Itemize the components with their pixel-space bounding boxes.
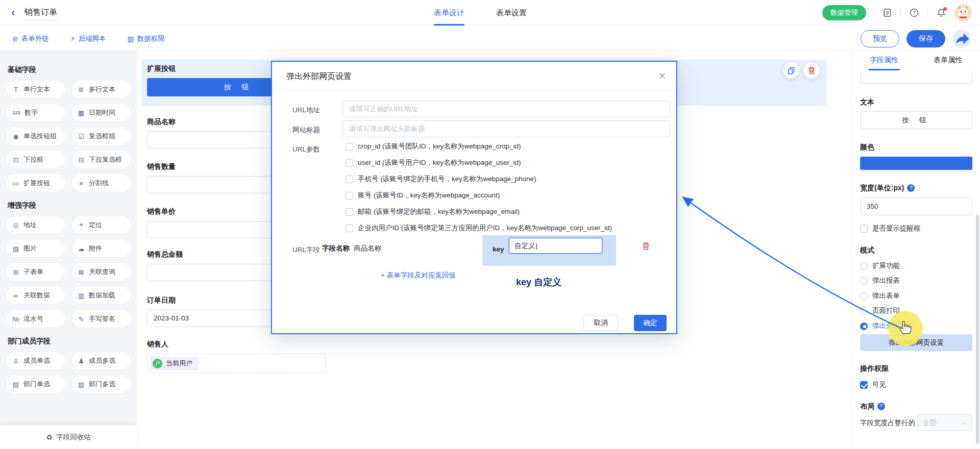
radio-icon[interactable] (860, 307, 868, 315)
share-button[interactable] (952, 30, 971, 48)
sidebar-item-data-loading[interactable]: ▥数据加载 (72, 287, 130, 304)
sidebar-item-dept-single[interactable]: ▤部门单选 (7, 376, 65, 393)
url-param-user-id[interactable]: user_id (该账号用户ID，key名称为webpage_user_id) (346, 159, 521, 167)
url-address-input[interactable] (342, 101, 670, 117)
link-icon: ⊘ (12, 35, 18, 43)
tab-form-settings[interactable]: 表单设置 (496, 0, 527, 26)
extend-button-icon: ▭ (12, 180, 20, 187)
checkbox-icon[interactable] (346, 159, 353, 167)
address-pin-icon: ◎ (12, 221, 20, 229)
confirm-button[interactable]: 确定 (634, 315, 667, 331)
mode-option-page-print[interactable]: 页面打印 (860, 307, 900, 315)
sidebar-item-member-multi[interactable]: ♟成员多选 (72, 352, 130, 369)
url-param-account[interactable]: 账号 (该账号ID，key名称为webpage_account) (346, 191, 500, 199)
close-icon[interactable]: ✕ (658, 70, 666, 82)
sidebar-item-radio-group[interactable]: ◉单选按钮组 (7, 128, 65, 145)
url-param-email[interactable]: 邮箱 (该账号绑定的邮箱，key名称为webpage_email) (346, 208, 520, 216)
back-icon[interactable]: ‹ (11, 6, 15, 19)
field-name-value: 商品名称 (354, 244, 381, 253)
delete-field-button[interactable] (803, 62, 820, 79)
sidebar-item-divider-line[interactable]: ≡分割线 (72, 174, 130, 192)
magnifier-text: key 自定义 (516, 276, 561, 288)
url-param-crop-id[interactable]: crop_id (该账号团队ID，key名称为webpage_crop_id) (346, 142, 521, 151)
data-manage-button[interactable]: 数据管理 (822, 5, 866, 20)
tab-form-properties[interactable]: 表单属性 (916, 51, 980, 70)
radio-icon[interactable] (860, 277, 868, 285)
radio-icon[interactable] (860, 262, 868, 270)
checkbox-icon[interactable] (860, 225, 868, 233)
sidebar-item-address[interactable]: ◎地址 (7, 216, 65, 234)
form-toolbar: ⊘ 表单外链 ⚡ 后端脚本 ▥ 数据权限 预览 保存 (0, 26, 980, 51)
mode-option-extend[interactable]: 扩展功能 (860, 262, 900, 270)
checkbox-checked-icon[interactable] (860, 381, 868, 389)
sales-person-value-box[interactable]: 户 当前用户 (147, 354, 326, 373)
mode-option-popup-form[interactable]: 弹出表单 (860, 292, 900, 300)
checkbox-icon[interactable] (346, 143, 353, 151)
sidebar-item-extend-button[interactable]: ▭扩展按钮 (7, 174, 65, 192)
url-param-corp-user-id[interactable]: 企业内用户ID (该账号绑定第三方应用的用户ID，key名称为webpage_c… (346, 224, 612, 232)
show-reminder-checkbox[interactable]: 是否显示提醒框 (860, 224, 921, 233)
sidebar-item-multi-line-text[interactable]: ≣多行文本 (72, 81, 130, 98)
visible-checkbox[interactable]: 可见 (860, 381, 886, 389)
checkbox-icon[interactable] (346, 192, 353, 199)
field-title-input-partial[interactable] (860, 70, 972, 84)
form-field-sales-person[interactable]: 销售人 户 当前用户 (147, 340, 326, 373)
add-form-field-link[interactable]: + 表单字段及对应返回值 (381, 271, 456, 280)
width-help-icon[interactable]: ? (907, 184, 915, 192)
sidebar-item-checkbox-group[interactable]: ☑复选框组 (72, 128, 130, 145)
duplicate-field-button[interactable] (783, 62, 799, 79)
color-swatch[interactable] (860, 157, 972, 170)
layout-help-icon[interactable]: ? (877, 403, 885, 410)
radio-icon[interactable] (860, 292, 868, 300)
width-input[interactable] (860, 197, 972, 215)
popup-webpage-settings-button[interactable]: 弹出外部网页设置 (860, 334, 972, 351)
sidebar-item-number[interactable]: 123数字 (7, 104, 65, 121)
site-title-input[interactable] (342, 120, 670, 137)
user-avatar[interactable] (954, 4, 972, 21)
help-icon[interactable]: ? (908, 7, 920, 19)
delete-url-field-button[interactable] (642, 241, 650, 252)
sidebar-item-serial-number[interactable]: №流水号 (7, 310, 65, 328)
sidebar-item-dept-multi[interactable]: ▧部门多选 (72, 376, 130, 393)
page-title[interactable]: 销售订单 (24, 7, 57, 20)
sidebar-item-location[interactable]: ⌖定位 (72, 216, 130, 234)
button-text-input[interactable]: 按 钮 (860, 111, 972, 129)
contacts-icon[interactable] (881, 7, 893, 19)
tab-field-properties[interactable]: 字段属性 (852, 51, 916, 70)
current-user-chip[interactable]: 户 当前用户 (151, 357, 199, 370)
radio-selected-icon[interactable] (860, 322, 868, 330)
dropdown-icon: ⊡ (12, 156, 20, 164)
url-address-label: URL地址 (292, 106, 320, 115)
sidebar-item-member-single[interactable]: ♙成员单选 (7, 352, 65, 369)
data-permission-link[interactable]: ▥ 数据权限 (128, 34, 165, 43)
form-external-link[interactable]: ⊘ 表单外链 (12, 34, 49, 43)
sidebar-item-linked-data[interactable]: ∞关联数据 (7, 287, 65, 304)
checkbox-icon[interactable] (346, 208, 353, 216)
preview-button[interactable]: 预览 (861, 30, 899, 47)
checkbox-icon[interactable] (346, 176, 353, 183)
sidebar-item-subform[interactable]: ⊞子表单 (7, 263, 65, 281)
save-button[interactable]: 保存 (906, 30, 945, 47)
tab-form-design[interactable]: 表单设计 (434, 0, 464, 26)
sidebar-item-dropdown[interactable]: ⊡下拉框 (7, 151, 65, 168)
backend-script-link[interactable]: ⚡ 后端脚本 (70, 34, 106, 43)
key-custom-input[interactable]: 自定义| (509, 238, 602, 254)
cancel-button[interactable]: 取消 (583, 315, 618, 331)
panel-scrollbar[interactable] (976, 214, 979, 444)
sidebar-item-dropdown-multi[interactable]: ⊟下拉复选框 (72, 151, 130, 168)
sidebar-item-linked-query[interactable]: ⊠关联查询 (72, 263, 130, 281)
sidebar-item-signature[interactable]: ✎手写签名 (72, 310, 130, 328)
sidebar-item-single-line-text[interactable]: T单行文本 (7, 81, 65, 98)
sidebar-item-image[interactable]: ▨图片 (7, 240, 65, 257)
url-param-phone[interactable]: 手机号 (该账号绑定的手机号，key名称为webpage_phone) (346, 175, 536, 183)
notification-bell-icon[interactable] (935, 7, 947, 19)
field-recycle-bin[interactable]: ♻ 字段回收站 (0, 425, 137, 449)
checkbox-icon[interactable] (346, 224, 353, 232)
sidebar-item-attachment[interactable]: ☁附件 (72, 240, 130, 257)
multi-line-text-icon: ≣ (77, 86, 85, 93)
mode-option-popup-report[interactable]: 弹出报表 (860, 277, 900, 285)
dept-single-icon: ▤ (12, 381, 20, 388)
mode-option-popup-webpage[interactable]: 弹出外部网页 (860, 322, 914, 330)
sidebar-item-datetime[interactable]: ▦日期时间 (72, 104, 130, 121)
field-width-select[interactable]: 全部 ⌄ (917, 414, 972, 431)
